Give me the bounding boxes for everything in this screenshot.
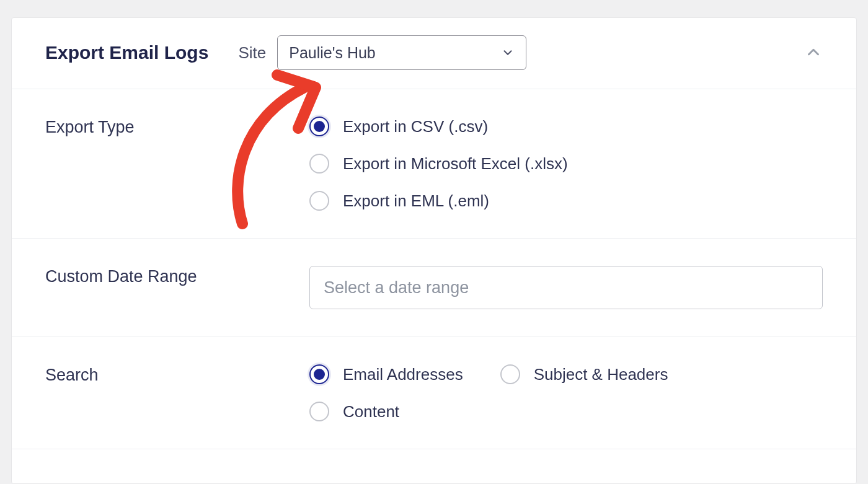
radio-icon — [309, 364, 329, 384]
radio-icon — [309, 402, 329, 421]
search-label: Search — [45, 364, 309, 421]
chevron-up-icon — [804, 53, 823, 63]
panel-header: Export Email Logs Site Paulie's Hub — [12, 18, 856, 89]
radio-icon — [309, 191, 329, 211]
radio-icon — [500, 364, 520, 384]
panel-title: Export Email Logs — [45, 42, 208, 63]
site-label: Site — [238, 43, 266, 63]
section-date-range: Custom Date Range — [12, 239, 856, 337]
radio-search-content[interactable]: Content — [309, 402, 823, 421]
chevron-down-icon — [501, 46, 515, 59]
radio-label: Export in EML (.eml) — [343, 191, 489, 211]
collapse-toggle[interactable] — [804, 43, 823, 64]
radio-export-xlsx[interactable]: Export in Microsoft Excel (.xlsx) — [309, 154, 823, 174]
search-body: Email Addresses Subject & Headers Conten… — [309, 364, 823, 421]
date-range-label: Custom Date Range — [45, 266, 309, 309]
radio-icon — [309, 117, 329, 136]
radio-label: Email Addresses — [343, 365, 463, 384]
site-select[interactable]: Paulie's Hub — [277, 35, 526, 70]
export-panel: Export Email Logs Site Paulie's Hub Expo… — [11, 17, 857, 484]
export-type-label: Export Type — [45, 117, 309, 211]
radio-icon — [309, 154, 329, 174]
radio-label: Content — [343, 402, 399, 421]
radio-search-email[interactable]: Email Addresses — [309, 364, 463, 384]
export-type-body: Export in CSV (.csv) Export in Microsoft… — [309, 117, 823, 211]
radio-label: Export in Microsoft Excel (.xlsx) — [343, 154, 568, 174]
radio-export-eml[interactable]: Export in EML (.eml) — [309, 191, 823, 211]
radio-label: Subject & Headers — [534, 365, 668, 384]
section-export-type: Export Type Export in CSV (.csv) Export … — [12, 89, 856, 239]
radio-export-csv[interactable]: Export in CSV (.csv) — [309, 117, 823, 136]
radio-search-subject[interactable]: Subject & Headers — [500, 364, 668, 384]
date-range-input[interactable] — [309, 266, 823, 309]
section-search: Search Email Addresses Subject & Headers… — [12, 337, 856, 449]
date-range-body — [309, 266, 823, 309]
radio-label: Export in CSV (.csv) — [343, 117, 488, 136]
site-selected-value: Paulie's Hub — [289, 44, 376, 62]
